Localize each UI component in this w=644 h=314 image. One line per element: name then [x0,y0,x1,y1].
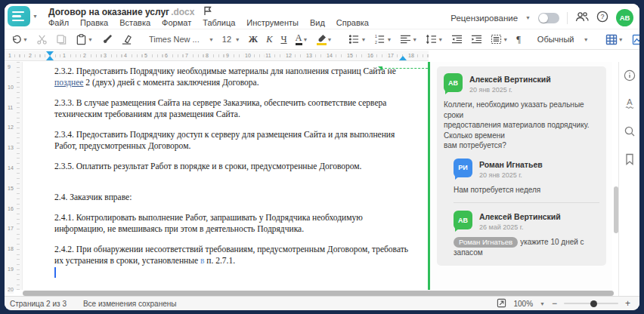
highlight-caret-icon[interactable]: ▼ [327,37,333,42]
menu-help[interactable]: Справка [336,18,369,27]
menu-tools[interactable]: Инструменты [246,18,299,27]
italic-button[interactable]: К [265,31,274,48]
comment-reply[interactable]: РИ Роман Игнатьев 20 янв 2025 г. Нам пот… [454,159,599,195]
horizontal-scrollbar[interactable] [23,291,614,296]
copy-button[interactable] [54,31,69,48]
hanging-indent-marker[interactable] [46,56,54,60]
font-size-caret-icon: ▼ [235,37,240,42]
vertical-ruler[interactable]: 91011121314151617181920 [5,62,23,290]
paste-caret-icon[interactable]: ▼ [88,37,93,42]
nonprinting-chars-button[interactable]: ¶ [515,31,522,48]
document-text[interactable]: 2.3.2. Предоставить Подрядчику необходим… [54,66,422,276]
comment-date: 20 янв 2025 г. [469,86,551,94]
horizontal-ruler[interactable]: 21123456789101112131415161718 [5,51,429,61]
paragraph-style-caret-icon: ▼ [584,37,589,42]
insert-table-button[interactable]: ▼ [604,31,625,48]
menu-table[interactable]: Таблица [203,18,235,27]
bookmark-icon[interactable] [623,152,636,165]
undo-caret-icon[interactable]: ▼ [23,37,28,42]
fit-width-icon[interactable] [497,298,506,309]
paragraph-borders-caret-icon[interactable]: ▼ [503,37,508,42]
menu-file[interactable]: Файл [48,18,69,27]
ruler-number: 15 [8,185,14,192]
paragraph-style-select[interactable]: Обычный ▼ [536,31,590,48]
numbered-list-caret-icon[interactable]: ▼ [386,37,392,42]
bullet-list-caret-icon[interactable]: ▼ [361,37,366,42]
insert-table-caret-icon[interactable]: ▼ [618,37,624,42]
ruler-number: 10 [8,84,14,91]
numbered-list-button[interactable]: 12 ▼ [373,31,393,48]
comment[interactable]: АВ Алексей Вертинский 20 янв 2025 г. [444,73,599,94]
text-cursor [54,267,56,278]
font-name-caret-icon: ▼ [209,37,214,42]
bold-button[interactable]: Ж [247,31,259,48]
ruler-number: 16 [366,53,375,59]
document-page[interactable]: 2.3.2. Предоставить Подрядчику необходим… [23,62,428,290]
font-color-caret-icon[interactable]: ▼ [303,37,308,42]
logo-menu-caret-icon[interactable]: ▼ [33,14,38,19]
page-counter[interactable]: Страница 2 из 3 [10,300,67,308]
favorite-flag-icon[interactable] [203,6,212,18]
increase-indent-button[interactable] [469,31,484,48]
cut-button[interactable] [35,31,49,48]
document-paragraph[interactable]: 2.3.5. Оплатить результат Работ в порядк… [54,161,422,172]
review-mode-label[interactable]: Рецензирование [450,14,518,23]
line-spacing-caret-icon[interactable]: ▼ [438,37,443,42]
font-color-button[interactable]: А ▼ [294,31,310,48]
review-toggle[interactable] [538,13,559,23]
tracked-insertion[interactable]: позднее [54,78,83,87]
highlight-color-button[interactable]: ▼ [315,31,334,48]
spellcheck-icon[interactable]: А [623,97,636,109]
document-title-extension: .docx [171,7,194,17]
underline-button[interactable]: Ч [279,31,288,48]
right-indent-marker[interactable] [399,56,407,60]
bullet-list-button[interactable]: ▼ [347,31,367,48]
main-area: 91011121314151617181920 2.3.2. Предостав… [5,62,639,296]
horizontal-scrollbar-thumb[interactable] [23,291,614,296]
document-info-icon[interactable] [623,69,636,82]
mention-pill[interactable]: Роман Игнатьев [454,237,518,248]
comment-author: Алексей Вертинский [479,211,561,221]
zoom-in-button[interactable]: + [625,300,630,307]
font-size-select[interactable]: 12 ▼ [221,31,242,48]
ruler-number: 17 [386,53,395,59]
line-spacing-button[interactable]: ▼ [424,31,444,48]
zoom-value[interactable]: 100% [513,300,533,308]
collaboration-users-icon[interactable] [575,11,589,25]
paste-button[interactable]: ▼ [74,31,94,48]
comment-reply[interactable]: АВ Алексей Вертинский 26 май 2025 г. Ром… [454,211,599,258]
zoom-caret-icon[interactable]: ▼ [540,301,545,306]
document-paragraph[interactable]: 2.3.4. Предоставить Подрядчику доступ к … [54,129,422,151]
align-caret-icon[interactable]: ▼ [412,37,417,42]
insert-image-button[interactable] [630,31,639,48]
zoom-slider-handle[interactable] [590,300,597,307]
document-paragraph[interactable]: 2.4. Заказчик вправе: [54,192,422,203]
menu-insert[interactable]: Вставка [119,18,150,27]
comments-scrollbar-thumb[interactable] [614,186,618,233]
document-paragraph[interactable]: 2.3.2. Предоставить Подрядчику необходим… [54,66,422,88]
menu-edit[interactable]: Правка [80,18,108,27]
undo-button[interactable]: ▼ [9,31,29,48]
clear-style-button[interactable] [119,31,134,48]
document-paragraph[interactable]: 2.4.1. Контролировать выполнение Работ, … [54,212,422,234]
comment-thread[interactable]: АВ Алексей Вертинский 20 янв 2025 г. Кол… [437,66,606,266]
review-dropdown-caret-icon[interactable]: ▼ [525,15,531,20]
align-button[interactable]: ▼ [398,31,419,48]
menu-format[interactable]: Формат [162,18,191,27]
menu-view[interactable]: Вид [310,18,325,27]
search-icon[interactable] [623,125,636,137]
paragraph-borders-button[interactable]: ▼ [489,31,509,48]
zoom-out-button[interactable]: − [552,300,557,307]
document-paragraph[interactable]: 2.3.3. В случае размещения Сайта на серв… [54,97,422,119]
comment-anchor-line [381,68,428,69]
document-paragraph[interactable]: 2.4.2. При обнаружении несоответствий тр… [54,244,422,266]
ruler-number: 12 [284,53,293,59]
comments-scrollbar[interactable] [613,62,618,290]
help-icon[interactable]: ? [596,11,608,26]
format-painter-button[interactable] [100,31,114,48]
font-name-select[interactable]: Times New ... ▼ [147,31,215,48]
zoom-slider[interactable] [564,303,618,304]
user-avatar[interactable]: АВ [616,9,633,26]
app-logo-icon[interactable] [8,6,30,26]
decrease-indent-button[interactable] [450,31,464,48]
